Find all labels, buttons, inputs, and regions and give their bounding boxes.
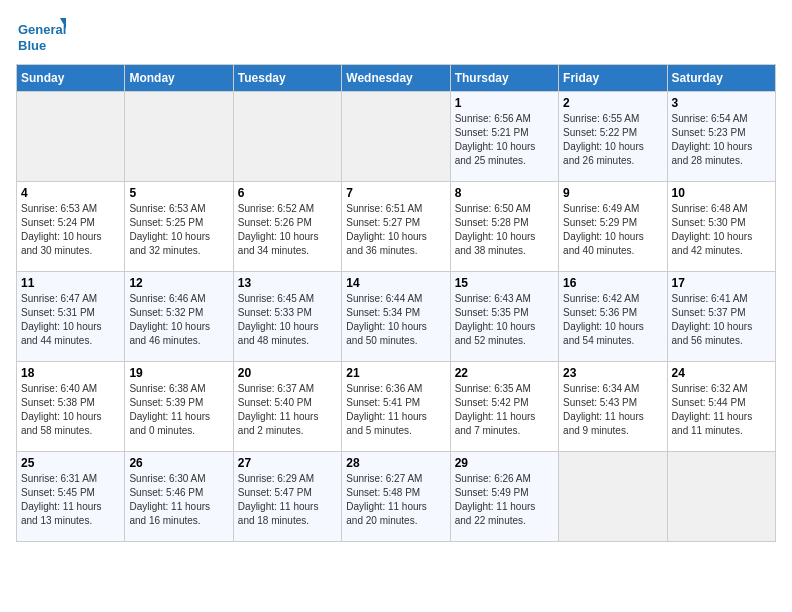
calendar-week-4: 25 Sunrise: 6:31 AM Sunset: 5:45 PM Dayl… [17, 452, 776, 542]
day-info: Sunrise: 6:53 AM Sunset: 5:25 PM Dayligh… [129, 202, 228, 258]
sunrise-text: Sunrise: 6:38 AM [129, 382, 228, 396]
sunset-text: Sunset: 5:43 PM [563, 396, 662, 410]
calendar-cell: 11 Sunrise: 6:47 AM Sunset: 5:31 PM Dayl… [17, 272, 125, 362]
calendar-cell: 18 Sunrise: 6:40 AM Sunset: 5:38 PM Dayl… [17, 362, 125, 452]
calendar-cell: 15 Sunrise: 6:43 AM Sunset: 5:35 PM Dayl… [450, 272, 558, 362]
calendar-week-1: 4 Sunrise: 6:53 AM Sunset: 5:24 PM Dayli… [17, 182, 776, 272]
day-number: 20 [238, 366, 337, 380]
daylight-text: Daylight: 10 hours and 44 minutes. [21, 320, 120, 348]
svg-text:Blue: Blue [18, 38, 46, 53]
sunrise-text: Sunrise: 6:49 AM [563, 202, 662, 216]
header-thursday: Thursday [450, 65, 558, 92]
calendar-week-2: 11 Sunrise: 6:47 AM Sunset: 5:31 PM Dayl… [17, 272, 776, 362]
page-header: General Blue [16, 16, 776, 56]
sunset-text: Sunset: 5:45 PM [21, 486, 120, 500]
calendar-cell [125, 92, 233, 182]
day-number: 14 [346, 276, 445, 290]
sunrise-text: Sunrise: 6:30 AM [129, 472, 228, 486]
daylight-text: Daylight: 10 hours and 30 minutes. [21, 230, 120, 258]
day-info: Sunrise: 6:26 AM Sunset: 5:49 PM Dayligh… [455, 472, 554, 528]
day-number: 16 [563, 276, 662, 290]
day-number: 1 [455, 96, 554, 110]
sunset-text: Sunset: 5:31 PM [21, 306, 120, 320]
daylight-text: Daylight: 10 hours and 34 minutes. [238, 230, 337, 258]
calendar-cell: 20 Sunrise: 6:37 AM Sunset: 5:40 PM Dayl… [233, 362, 341, 452]
calendar-cell: 22 Sunrise: 6:35 AM Sunset: 5:42 PM Dayl… [450, 362, 558, 452]
day-info: Sunrise: 6:53 AM Sunset: 5:24 PM Dayligh… [21, 202, 120, 258]
sunrise-text: Sunrise: 6:53 AM [129, 202, 228, 216]
day-info: Sunrise: 6:40 AM Sunset: 5:38 PM Dayligh… [21, 382, 120, 438]
day-number: 27 [238, 456, 337, 470]
logo: General Blue [16, 16, 66, 56]
sunset-text: Sunset: 5:25 PM [129, 216, 228, 230]
calendar-table: SundayMondayTuesdayWednesdayThursdayFrid… [16, 64, 776, 542]
calendar-cell: 19 Sunrise: 6:38 AM Sunset: 5:39 PM Dayl… [125, 362, 233, 452]
daylight-text: Daylight: 10 hours and 25 minutes. [455, 140, 554, 168]
sunrise-text: Sunrise: 6:34 AM [563, 382, 662, 396]
header-monday: Monday [125, 65, 233, 92]
day-number: 25 [21, 456, 120, 470]
calendar-cell: 27 Sunrise: 6:29 AM Sunset: 5:47 PM Dayl… [233, 452, 341, 542]
sunrise-text: Sunrise: 6:31 AM [21, 472, 120, 486]
day-info: Sunrise: 6:47 AM Sunset: 5:31 PM Dayligh… [21, 292, 120, 348]
calendar-week-3: 18 Sunrise: 6:40 AM Sunset: 5:38 PM Dayl… [17, 362, 776, 452]
sunset-text: Sunset: 5:37 PM [672, 306, 771, 320]
day-number: 4 [21, 186, 120, 200]
day-number: 24 [672, 366, 771, 380]
sunrise-text: Sunrise: 6:44 AM [346, 292, 445, 306]
daylight-text: Daylight: 10 hours and 28 minutes. [672, 140, 771, 168]
sunset-text: Sunset: 5:28 PM [455, 216, 554, 230]
daylight-text: Daylight: 10 hours and 58 minutes. [21, 410, 120, 438]
day-info: Sunrise: 6:36 AM Sunset: 5:41 PM Dayligh… [346, 382, 445, 438]
daylight-text: Daylight: 10 hours and 48 minutes. [238, 320, 337, 348]
calendar-cell: 13 Sunrise: 6:45 AM Sunset: 5:33 PM Dayl… [233, 272, 341, 362]
sunset-text: Sunset: 5:22 PM [563, 126, 662, 140]
day-info: Sunrise: 6:32 AM Sunset: 5:44 PM Dayligh… [672, 382, 771, 438]
day-info: Sunrise: 6:43 AM Sunset: 5:35 PM Dayligh… [455, 292, 554, 348]
calendar-cell: 16 Sunrise: 6:42 AM Sunset: 5:36 PM Dayl… [559, 272, 667, 362]
sunrise-text: Sunrise: 6:53 AM [21, 202, 120, 216]
sunset-text: Sunset: 5:46 PM [129, 486, 228, 500]
day-number: 22 [455, 366, 554, 380]
calendar-cell [233, 92, 341, 182]
day-info: Sunrise: 6:35 AM Sunset: 5:42 PM Dayligh… [455, 382, 554, 438]
calendar-cell: 26 Sunrise: 6:30 AM Sunset: 5:46 PM Dayl… [125, 452, 233, 542]
day-info: Sunrise: 6:51 AM Sunset: 5:27 PM Dayligh… [346, 202, 445, 258]
calendar-header-row: SundayMondayTuesdayWednesdayThursdayFrid… [17, 65, 776, 92]
calendar-cell: 23 Sunrise: 6:34 AM Sunset: 5:43 PM Dayl… [559, 362, 667, 452]
daylight-text: Daylight: 11 hours and 2 minutes. [238, 410, 337, 438]
calendar-cell: 28 Sunrise: 6:27 AM Sunset: 5:48 PM Dayl… [342, 452, 450, 542]
sunrise-text: Sunrise: 6:45 AM [238, 292, 337, 306]
sunrise-text: Sunrise: 6:51 AM [346, 202, 445, 216]
day-info: Sunrise: 6:48 AM Sunset: 5:30 PM Dayligh… [672, 202, 771, 258]
header-saturday: Saturday [667, 65, 775, 92]
day-info: Sunrise: 6:49 AM Sunset: 5:29 PM Dayligh… [563, 202, 662, 258]
sunset-text: Sunset: 5:21 PM [455, 126, 554, 140]
sunrise-text: Sunrise: 6:54 AM [672, 112, 771, 126]
day-number: 12 [129, 276, 228, 290]
daylight-text: Daylight: 11 hours and 0 minutes. [129, 410, 228, 438]
day-number: 8 [455, 186, 554, 200]
sunrise-text: Sunrise: 6:29 AM [238, 472, 337, 486]
day-number: 5 [129, 186, 228, 200]
daylight-text: Daylight: 11 hours and 11 minutes. [672, 410, 771, 438]
daylight-text: Daylight: 11 hours and 16 minutes. [129, 500, 228, 528]
daylight-text: Daylight: 10 hours and 50 minutes. [346, 320, 445, 348]
day-number: 15 [455, 276, 554, 290]
day-info: Sunrise: 6:54 AM Sunset: 5:23 PM Dayligh… [672, 112, 771, 168]
day-number: 13 [238, 276, 337, 290]
daylight-text: Daylight: 11 hours and 22 minutes. [455, 500, 554, 528]
header-tuesday: Tuesday [233, 65, 341, 92]
sunrise-text: Sunrise: 6:41 AM [672, 292, 771, 306]
daylight-text: Daylight: 11 hours and 20 minutes. [346, 500, 445, 528]
calendar-cell: 9 Sunrise: 6:49 AM Sunset: 5:29 PM Dayli… [559, 182, 667, 272]
sunset-text: Sunset: 5:35 PM [455, 306, 554, 320]
sunset-text: Sunset: 5:32 PM [129, 306, 228, 320]
sunset-text: Sunset: 5:42 PM [455, 396, 554, 410]
sunrise-text: Sunrise: 6:36 AM [346, 382, 445, 396]
calendar-cell: 29 Sunrise: 6:26 AM Sunset: 5:49 PM Dayl… [450, 452, 558, 542]
sunset-text: Sunset: 5:26 PM [238, 216, 337, 230]
calendar-cell: 12 Sunrise: 6:46 AM Sunset: 5:32 PM Dayl… [125, 272, 233, 362]
sunset-text: Sunset: 5:36 PM [563, 306, 662, 320]
sunset-text: Sunset: 5:29 PM [563, 216, 662, 230]
